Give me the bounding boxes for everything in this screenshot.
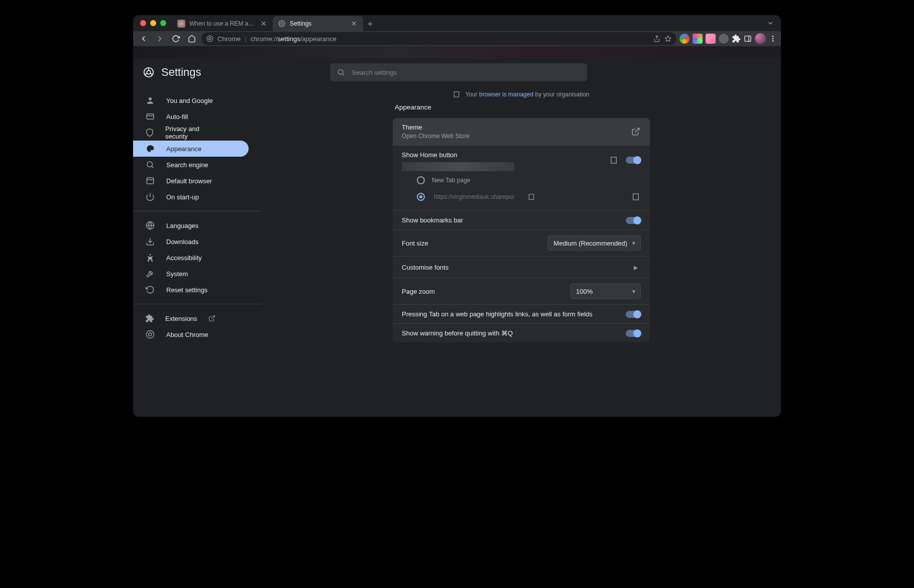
settings-main: Your browser is managed by your organisa…: [262, 86, 781, 417]
sidebar-item-label: Languages: [166, 222, 198, 229]
sidebar-item-label: You and Google: [166, 97, 213, 104]
side-panel-icon[interactable]: [744, 35, 752, 43]
page-title: Settings: [161, 66, 201, 79]
extensions-menu-icon[interactable]: [732, 34, 741, 43]
sidebar-item-search[interactable]: Search engine: [133, 157, 226, 173]
svg-rect-41: [611, 157, 617, 163]
omnibox-url: chrome://settings/appearance: [251, 35, 336, 43]
globe-icon: [145, 221, 155, 230]
close-window-icon[interactable]: [140, 20, 146, 26]
toolbar: Chrome | chrome://settings/appearance: [133, 31, 781, 46]
external-link-icon: [208, 315, 215, 322]
search-input[interactable]: [351, 68, 580, 77]
toggle-bookmarks-bar[interactable]: [626, 217, 641, 224]
radio-custom-url[interactable]: [417, 190, 641, 203]
sidebar-item-extensions[interactable]: Extensions: [133, 310, 226, 326]
managed-link[interactable]: browser is managed: [479, 91, 533, 98]
home-url-input[interactable]: [432, 190, 516, 203]
tab-other[interactable]: When to use a REM and when t ✕: [172, 16, 273, 31]
sidebar-item-downloads[interactable]: Downloads: [133, 233, 226, 250]
sidebar-item-label: Reset settings: [166, 286, 207, 294]
address-bar[interactable]: Chrome | chrome://settings/appearance: [201, 32, 676, 45]
tab-strip: When to use a REM and when t ✕ Settings …: [172, 15, 767, 31]
sidebar-item-system[interactable]: System: [133, 266, 226, 282]
home-button[interactable]: [185, 32, 198, 45]
sidebar-item-languages[interactable]: Languages: [133, 217, 226, 233]
sidebar-item-label: Default browser: [166, 177, 212, 185]
browser-icon: [145, 176, 155, 185]
tab-search-icon[interactable]: [767, 20, 774, 27]
tab-settings[interactable]: Settings ✕: [273, 16, 363, 31]
page-header: Settings: [133, 58, 781, 86]
home-button-options: New Tab page: [393, 174, 650, 210]
toggle-quit-warning[interactable]: [626, 330, 641, 337]
sidebar-item-label: On start-up: [166, 193, 199, 201]
sidebar-item-about[interactable]: About Chrome: [133, 326, 226, 342]
svg-point-15: [338, 70, 342, 74]
building-icon: [526, 192, 536, 202]
radio-icon: [417, 193, 425, 201]
svg-line-13: [145, 73, 147, 75]
sidebar-item-startup[interactable]: On start-up: [133, 189, 226, 205]
bookmark-star-icon[interactable]: [664, 35, 671, 42]
new-tab-button[interactable]: +: [363, 17, 377, 31]
search-settings[interactable]: [330, 63, 587, 81]
sidebar-item-privacy[interactable]: Privacy and security: [133, 125, 226, 141]
site-info-icon[interactable]: [206, 35, 213, 42]
row-page-zoom: Page zoom 100% ▼: [393, 278, 650, 304]
svg-point-8: [772, 38, 774, 40]
svg-line-32: [211, 316, 214, 319]
sidebar-item-autofill[interactable]: Auto-fill: [133, 108, 226, 125]
extensions-area: [679, 33, 777, 44]
toggle-home-button[interactable]: [626, 157, 641, 164]
radio-icon: [417, 176, 425, 184]
maximize-window-icon[interactable]: [160, 20, 166, 26]
back-button[interactable]: [137, 32, 150, 45]
row-label: Font size: [402, 240, 428, 247]
row-label: Show Home button: [402, 151, 458, 159]
settings-page: Settings You and GoogleAuto-fillPrivacy …: [133, 58, 781, 417]
svg-point-34: [149, 333, 152, 336]
svg-point-33: [147, 331, 154, 338]
row-customise-fonts[interactable]: Customise fonts ▸: [393, 256, 650, 278]
reload-button[interactable]: [169, 32, 182, 45]
sidebar-divider: [133, 211, 262, 211]
chrome-logo-icon: [143, 67, 154, 78]
sidebar-item-label: Search engine: [166, 161, 208, 169]
row-label: Show warning before quitting with ⌘Q: [402, 329, 513, 337]
power-icon: [145, 192, 155, 201]
sidebar-item-appearance[interactable]: Appearance: [133, 141, 249, 157]
sidebar-item-reset[interactable]: Reset settings: [133, 282, 226, 298]
row-theme[interactable]: Theme Open Chrome Web Store: [393, 118, 650, 145]
minimize-window-icon[interactable]: [150, 20, 156, 26]
extension-icon[interactable]: [679, 34, 690, 44]
row-sublabel: Open Chrome Web Store: [402, 133, 470, 140]
sidebar-item-you[interactable]: You and Google: [133, 92, 226, 108]
autofill-icon: [145, 112, 155, 121]
toggle-tab-highlight[interactable]: [626, 311, 641, 318]
svg-point-1: [207, 36, 213, 42]
extension-icon[interactable]: [693, 34, 703, 44]
search-icon: [337, 68, 345, 76]
svg-point-23: [147, 162, 153, 167]
extension-icon[interactable]: [719, 34, 729, 44]
forward-button[interactable]: [153, 32, 166, 45]
extension-icon[interactable]: [706, 34, 716, 44]
sidebar-item-label: About Chrome: [166, 331, 208, 338]
sidebar-item-default[interactable]: Default browser: [133, 173, 226, 189]
select-page-zoom[interactable]: 100% ▼: [570, 284, 641, 299]
gear-icon: [278, 20, 286, 28]
svg-rect-35: [454, 92, 459, 97]
svg-line-14: [150, 73, 153, 75]
select-font-size[interactable]: Medium (Recommended) ▼: [548, 236, 641, 251]
profile-avatar[interactable]: [755, 33, 766, 44]
share-icon[interactable]: [653, 35, 660, 42]
favicon-icon: [177, 20, 185, 28]
close-tab-icon[interactable]: ✕: [260, 20, 268, 28]
menu-icon[interactable]: [769, 35, 777, 43]
radio-new-tab[interactable]: New Tab page: [417, 176, 641, 184]
sidebar-divider: [133, 304, 262, 304]
building-icon: [631, 192, 641, 202]
sidebar-item-accessibility[interactable]: Accessibility: [133, 250, 226, 266]
close-tab-icon[interactable]: ✕: [350, 20, 358, 28]
